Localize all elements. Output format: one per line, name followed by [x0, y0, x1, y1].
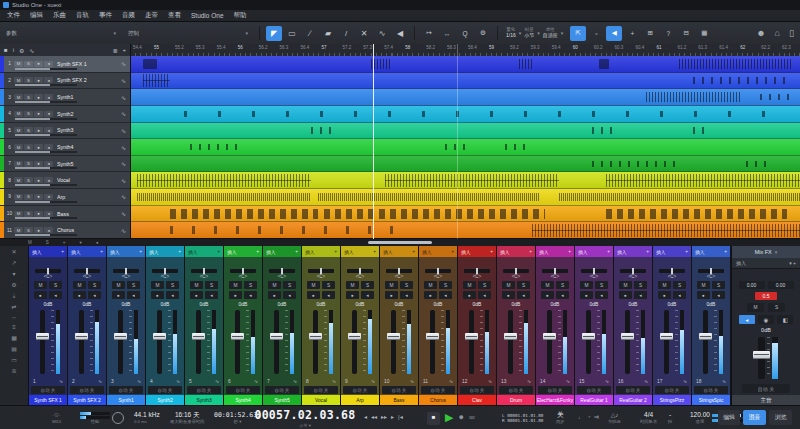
pan-slider[interactable] [464, 269, 490, 273]
automation-mode-button[interactable]: 自动 关 [70, 386, 104, 394]
metronome-toggle[interactable]: △♪ 节拍器 [608, 406, 621, 429]
fader-cap[interactable] [699, 333, 712, 340]
record-arm-button[interactable]: ● [385, 291, 398, 299]
channel-fader[interactable] [146, 308, 184, 377]
track-header-Arp[interactable]: 9MS●◂Arp∿ [0, 189, 130, 206]
mute-button[interactable]: M [658, 281, 671, 289]
add-insert-button[interactable]: + [139, 249, 142, 254]
keyboard-icon[interactable]: ⊟ [678, 26, 694, 41]
rail-icon-5[interactable]: ⇄ [11, 303, 16, 310]
sync-toggle[interactable]: 关 同步 [556, 406, 565, 429]
track-header-Bass[interactable]: 10MS●◂Bass∿ [0, 206, 130, 223]
instrument-icon[interactable]: ∿ [566, 379, 570, 384]
browse-view-button[interactable]: 浏览 [769, 410, 792, 425]
inserts-header[interactable]: 插入+ [575, 246, 613, 257]
track-lane-Chorus[interactable] [130, 222, 800, 239]
monitor-button[interactable]: ◂ [44, 227, 53, 233]
params-dropdown[interactable]: 参数▾ [0, 25, 122, 41]
mute-button[interactable]: M [14, 177, 23, 183]
pan-slider[interactable] [35, 269, 61, 273]
mute-button[interactable]: M [14, 211, 23, 217]
automation-mode-button[interactable]: 自动 关 [187, 386, 221, 394]
zoom-icon[interactable]: Q [457, 26, 473, 41]
mute-button[interactable]: M [463, 281, 476, 289]
instrument-icon[interactable]: ∿ [371, 379, 375, 384]
instrument-icon[interactable]: ∿ [121, 193, 126, 200]
menu-item-乐曲[interactable]: 乐曲 [53, 11, 66, 20]
fader-cap[interactable] [465, 333, 478, 340]
instrument-icon[interactable]: ∿ [215, 379, 219, 384]
rail-icon-7[interactable]: ≡ [12, 324, 16, 330]
pan-slider[interactable] [659, 269, 685, 273]
mixfx-dropdown[interactable]: Mix FX ▾ [732, 246, 800, 258]
play-button[interactable]: ▶ [445, 411, 453, 425]
track-header-right-icon-0[interactable]: ≣ [112, 47, 117, 54]
audio-event[interactable] [592, 127, 619, 133]
instrument-icon[interactable]: ∿ [121, 110, 126, 117]
track-lane-Synth5[interactable] [130, 156, 800, 173]
inserts-header[interactable]: 插入+ [614, 246, 652, 257]
arrow-tool[interactable]: ◤ [266, 26, 282, 41]
channel-name-label[interactable]: ElecHarz&Funky [536, 395, 574, 405]
channel-fader[interactable] [302, 308, 340, 377]
automation-mode-button[interactable]: 自动 关 [109, 386, 143, 394]
add-insert-button[interactable]: + [100, 249, 103, 254]
mute-button[interactable]: M [14, 161, 23, 167]
transport-nav-3[interactable]: ▸ [391, 414, 394, 422]
automation-mode-button[interactable]: 自动 关 [226, 386, 260, 394]
precount-icon-2[interactable]: ⇉ [594, 414, 599, 422]
rail-icon-3[interactable]: ⚙ [11, 281, 16, 288]
loop-range-display[interactable]: L 00001.01.01.00 R 00001.01.01.00 [502, 406, 543, 429]
pan-slider[interactable] [347, 269, 373, 273]
record-arm-button[interactable]: ● [541, 291, 554, 299]
master-fader[interactable] [746, 335, 786, 382]
menu-item-音频[interactable]: 音频 [122, 11, 135, 20]
transport-nav-0[interactable]: ◂ [364, 414, 367, 422]
beat-display[interactable]: - 拍 [668, 406, 672, 429]
fader-cap[interactable] [582, 333, 595, 340]
audio-event[interactable] [532, 224, 800, 237]
record-arm-button[interactable]: ● [229, 291, 242, 299]
audio-event[interactable] [760, 94, 794, 100]
fader-cap[interactable] [621, 333, 634, 340]
audio-event[interactable] [559, 193, 800, 202]
automation-mode-button[interactable]: 自动 关 [148, 386, 182, 394]
monitor-button[interactable]: ◂ [478, 291, 491, 299]
macro-grid-icon[interactable]: ⊞ [642, 26, 658, 41]
channel-name-label[interactable]: Chorus [419, 395, 457, 405]
automation-mode-button[interactable]: 自动 关 [304, 386, 338, 394]
record-arm-button[interactable]: ● [151, 291, 164, 299]
record-arm-button[interactable]: ● [34, 94, 43, 100]
add-insert-button[interactable]: + [529, 249, 532, 254]
rail-icon-6[interactable]: ↔ [11, 314, 17, 320]
eraser-tool[interactable]: ▰ [320, 26, 336, 41]
split-tool[interactable]: / [338, 26, 354, 41]
monitor-button[interactable]: ◂ [322, 291, 335, 299]
master-inserts-header[interactable]: 插入 ▾ + [732, 258, 800, 269]
instrument-icon[interactable]: ∿ [332, 379, 336, 384]
audio-event[interactable] [190, 144, 237, 150]
fader-cap[interactable] [231, 333, 244, 340]
solo-button[interactable]: S [439, 281, 452, 289]
solo-button[interactable]: S [24, 177, 33, 183]
fader-value[interactable]: 0dB [239, 301, 248, 307]
instrument-icon[interactable]: ∿ [121, 60, 126, 67]
rail-icon-10[interactable]: ▭ [11, 356, 17, 363]
audio-event[interactable] [143, 59, 156, 70]
fader-value[interactable]: 0dB [317, 301, 326, 307]
mute-button[interactable]: M [424, 281, 437, 289]
monitor-button[interactable]: ◂ [283, 291, 296, 299]
solo-button[interactable]: S [24, 194, 33, 200]
track-lane-Arp[interactable] [130, 189, 800, 206]
audio-event[interactable] [519, 59, 532, 70]
mute-button[interactable]: M [747, 303, 764, 312]
track-volume-slider[interactable] [15, 101, 77, 103]
monitor-button[interactable]: ◂ [49, 291, 62, 299]
audio-event[interactable] [679, 59, 793, 70]
solo-button[interactable]: S [24, 227, 33, 233]
solo-button[interactable]: S [49, 281, 62, 289]
channel-fader[interactable] [185, 308, 223, 377]
audio-event[interactable] [318, 193, 539, 202]
fader-value[interactable]: 0dB [83, 301, 92, 307]
add-insert-button[interactable]: + [451, 249, 454, 254]
